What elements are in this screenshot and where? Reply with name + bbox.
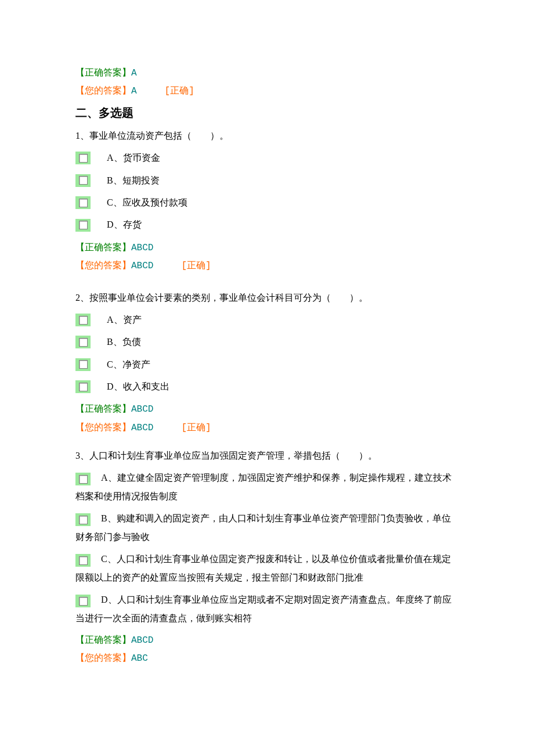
option-row: B、短期投资: [75, 172, 459, 189]
option-text: C、应收及预付款项: [107, 194, 187, 211]
checkbox-icon[interactable]: [75, 219, 91, 232]
checkbox-icon[interactable]: [75, 152, 91, 164]
correct-answer-value: ABCD: [131, 404, 153, 415]
your-answer-label: 【您的答案】: [75, 422, 131, 432]
judgement-label: [正确]: [165, 86, 194, 96]
correct-answer: 【正确答案】ABCD: [75, 631, 459, 649]
your-answer: 【您的答案】ABCD[正确]: [75, 419, 459, 437]
option-row: A、货币资金: [75, 149, 459, 167]
checkbox-icon[interactable]: [75, 314, 91, 326]
checkbox-icon[interactable]: [75, 336, 91, 348]
question-stem: 2、按照事业单位会计要素的类别，事业单位会计科目可分为（ ）。: [75, 289, 459, 307]
correct-answer-label: 【正确答案】: [75, 404, 131, 413]
correct-answer-value: A: [131, 68, 137, 78]
option-row: D、收入和支出: [75, 378, 459, 395]
correct-answer: 【正确答案】ABCD: [75, 239, 459, 257]
option-row: C、人口和计划生育事业单位固定资产报废和转让，以及单位价值或者批量价值在规定限额…: [75, 550, 459, 587]
option-text: D、人口和计划生育事业单位应当定期或者不定期对固定资产清查盘点。年度终了前应当进…: [75, 595, 452, 623]
checkbox-icon[interactable]: [75, 473, 91, 485]
your-answer-label: 【您的答案】: [75, 260, 131, 270]
option-row: D、人口和计划生育事业单位应当定期或者不定期对固定资产清查盘点。年度终了前应当进…: [75, 591, 459, 628]
question-2: 2、按照事业单位会计要素的类别，事业单位会计科目可分为（ ）。 A、资产 B、负…: [75, 289, 459, 437]
option-text: B、购建和调入的固定资产，由人口和计划生育事业单位资产管理部门负责验收，单位财务…: [75, 513, 451, 542]
option-text: D、存货: [107, 216, 142, 233]
checkbox-icon[interactable]: [75, 595, 91, 607]
option-row: B、负债: [75, 333, 459, 351]
option-text: C、净资产: [107, 356, 150, 373]
option-row: A、资产: [75, 311, 459, 329]
correct-answer: 【正确答案】ABCD: [75, 400, 459, 418]
checkbox-icon[interactable]: [75, 380, 91, 393]
your-answer-value: A: [131, 86, 137, 96]
correct-answer-label: 【正确答案】: [75, 635, 131, 645]
option-text: A、建立健全固定资产管理制度，加强固定资产维护和保养，制定操作规程，建立技术档案…: [75, 473, 452, 501]
your-answer-label: 【您的答案】: [75, 653, 131, 663]
option-text: D、收入和支出: [107, 378, 169, 395]
question-stem: 1、事业单位流动资产包括（ ）。: [75, 127, 459, 145]
correct-answer-label: 【正确答案】: [75, 67, 131, 77]
correct-answer-value: ABCD: [131, 243, 153, 253]
option-text: B、负债: [107, 333, 141, 351]
judgement-label: [正确]: [181, 261, 211, 271]
your-answer-value: ABCD: [131, 423, 153, 433]
option-text: A、资产: [107, 311, 142, 329]
option-text: B、短期投资: [107, 172, 160, 189]
checkbox-icon[interactable]: [75, 513, 91, 526]
checkbox-icon[interactable]: [75, 554, 91, 567]
your-answer: 【您的答案】ABC: [75, 649, 459, 667]
your-answer-value: ABC: [131, 653, 148, 664]
your-answer: 【您的答案】ABCD[正确]: [75, 257, 459, 275]
option-row: B、购建和调入的固定资产，由人口和计划生育事业单位资产管理部门负责验收，单位财务…: [75, 509, 459, 546]
correct-answer-label: 【正确答案】: [75, 242, 131, 252]
prev-correct-answer: 【正确答案】A: [75, 64, 459, 82]
option-row: A、建立健全固定资产管理制度，加强固定资产维护和保养，制定操作规程，建立技术档案…: [75, 469, 459, 506]
option-text: A、货币资金: [107, 149, 160, 167]
section-heading: 二、多选题: [75, 102, 459, 124]
question-3: 3、人口和计划生育事业单位应当加强固定资产管理，举措包括（ ）。 A、建立健全固…: [75, 447, 459, 667]
option-row: C、净资产: [75, 356, 459, 373]
option-row: C、应收及预付款项: [75, 194, 459, 211]
question-stem: 3、人口和计划生育事业单位应当加强固定资产管理，举措包括（ ）。: [75, 447, 459, 465]
prev-your-answer: 【您的答案】A[正确]: [75, 82, 459, 100]
checkbox-icon[interactable]: [75, 174, 91, 187]
your-answer-value: ABCD: [131, 261, 153, 271]
question-1: 1、事业单位流动资产包括（ ）。 A、货币资金 B、短期投资 C、应收及预付款项…: [75, 127, 459, 275]
checkbox-icon[interactable]: [75, 196, 91, 209]
judgement-label: [正确]: [181, 423, 211, 433]
option-row: D、存货: [75, 216, 459, 233]
option-text: C、人口和计划生育事业单位固定资产报废和转让，以及单位价值或者批量价值在规定限额…: [75, 554, 451, 582]
document-page: 【正确答案】A 【您的答案】A[正确] 二、多选题 1、事业单位流动资产包括（ …: [0, 0, 534, 696]
checkbox-icon[interactable]: [75, 358, 91, 371]
correct-answer-value: ABCD: [131, 635, 153, 646]
your-answer-label: 【您的答案】: [75, 85, 131, 95]
